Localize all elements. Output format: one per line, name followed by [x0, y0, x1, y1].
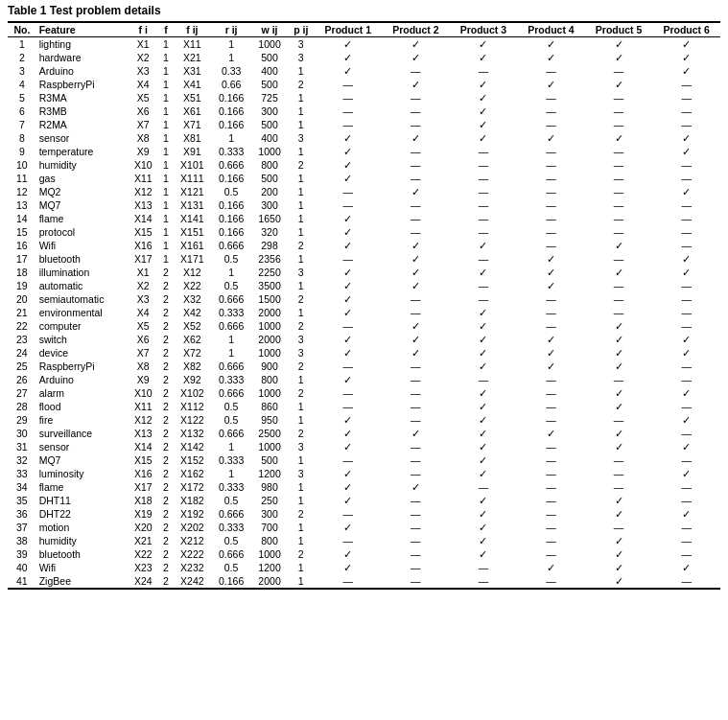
table-cell: — — [585, 118, 653, 131]
table-cell: — — [585, 252, 653, 266]
table-cell: — — [585, 105, 653, 118]
table-cell: — — [315, 198, 383, 212]
table-cell: ✓ — [382, 239, 450, 252]
col-wij: w ij — [251, 22, 288, 37]
table-cell: X20 — [128, 521, 158, 534]
table-cell: 1 — [288, 453, 314, 467]
table-cell: — — [517, 185, 585, 198]
table-cell: ✓ — [585, 131, 653, 145]
table-cell: 16 — [8, 239, 36, 252]
table-cell: 1000 — [251, 386, 288, 400]
table-cell: — — [382, 453, 450, 467]
table-cell: — — [652, 427, 720, 440]
table-cell: 4 — [8, 78, 36, 91]
table-cell: — — [585, 467, 653, 480]
table-cell: humidity — [36, 158, 129, 172]
table-cell: 8 — [8, 131, 36, 145]
table-cell: 800 — [251, 373, 288, 386]
table-row: 27alarmX102X1020.66610002——✓—✓✓ — [8, 386, 720, 400]
table-cell: ✓ — [652, 333, 720, 346]
table-cell: — — [585, 373, 653, 386]
table-cell: X3 — [128, 64, 158, 78]
table-cell: ✓ — [315, 547, 383, 561]
table-cell: 1 — [288, 494, 314, 507]
table-row: 8sensorX81X8114003✓✓✓✓✓✓ — [8, 131, 720, 145]
table-cell: X131 — [174, 198, 212, 212]
table-row: 31sensorX142X142110003✓—✓—✓✓ — [8, 440, 720, 453]
table-cell: 2 — [8, 51, 36, 64]
table-cell: 725 — [251, 91, 288, 105]
table-cell: ✓ — [315, 212, 383, 225]
table-cell: X12 — [174, 266, 212, 279]
table-cell: ✓ — [315, 292, 383, 306]
table-row: 19automaticX22X220.535001✓✓—✓—— — [8, 279, 720, 292]
table-cell: 2 — [288, 292, 314, 306]
table-cell: 250 — [251, 494, 288, 507]
table-cell: 38 — [8, 534, 36, 547]
table-cell: — — [450, 480, 518, 494]
table-cell: ✓ — [517, 346, 585, 360]
col-p6: Product 6 — [652, 22, 720, 37]
table-cell: — — [315, 252, 383, 266]
table-row: 37motionX202X2020.3337001✓—✓——— — [8, 521, 720, 534]
table-cell: ✓ — [382, 427, 450, 440]
table-cell: — — [652, 547, 720, 561]
table-cell: — — [315, 91, 383, 105]
table-cell: 1500 — [251, 292, 288, 306]
table-cell: X13 — [128, 198, 158, 212]
table-cell: 11 — [8, 172, 36, 185]
table-cell: motion — [36, 521, 129, 534]
table-cell: 0.333 — [211, 453, 251, 467]
table-cell: 1 — [211, 266, 251, 279]
col-feature: Feature — [36, 22, 129, 37]
table-cell: 2 — [158, 494, 173, 507]
table-cell: 3 — [288, 440, 314, 453]
table-cell: ✓ — [450, 521, 518, 534]
table-cell: X31 — [174, 64, 212, 78]
table-cell: ✓ — [315, 306, 383, 319]
table-cell: — — [585, 158, 653, 172]
table-cell: ✓ — [382, 266, 450, 279]
table-cell: ✓ — [450, 547, 518, 561]
table-cell: ✓ — [585, 360, 653, 373]
table-cell: ✓ — [652, 467, 720, 480]
table-cell: — — [652, 118, 720, 131]
table-cell: — — [315, 360, 383, 373]
table-cell: 5 — [8, 91, 36, 105]
table-cell: 1 — [288, 306, 314, 319]
table-cell: X161 — [174, 239, 212, 252]
table-cell: 0.5 — [211, 561, 251, 574]
table-cell: 26 — [8, 373, 36, 386]
table-cell: — — [382, 105, 450, 118]
table-cell: 298 — [251, 239, 288, 252]
table-cell: — — [585, 198, 653, 212]
table-cell: — — [382, 198, 450, 212]
table-cell: — — [585, 185, 653, 198]
table-cell: X4 — [128, 78, 158, 91]
table-cell: 2 — [158, 279, 173, 292]
table-cell: 3 — [288, 37, 314, 52]
table-cell: 0.333 — [211, 480, 251, 494]
table-cell: lighting — [36, 37, 129, 52]
table-cell: ✓ — [652, 266, 720, 279]
table-cell: X1 — [128, 37, 158, 52]
table-cell: — — [382, 306, 450, 319]
table-cell: 1 — [158, 198, 173, 212]
table-cell: 2 — [158, 534, 173, 547]
table-cell: R2MA — [36, 118, 129, 131]
table-cell: ✓ — [450, 346, 518, 360]
table-cell: 1 — [158, 78, 173, 91]
table-cell: 35 — [8, 494, 36, 507]
table-row: 14flameX141X1410.16616501✓————— — [8, 212, 720, 225]
table-cell: X14 — [128, 212, 158, 225]
table-cell: ✓ — [450, 118, 518, 131]
table-cell: surveillance — [36, 427, 129, 440]
table-cell: 0.666 — [211, 507, 251, 521]
table-cell: 1 — [158, 212, 173, 225]
table-cell: 1 — [288, 64, 314, 78]
table-cell: — — [382, 225, 450, 239]
table-cell: ✓ — [517, 131, 585, 145]
table-cell: ✓ — [450, 534, 518, 547]
table-row: 21environmentalX42X420.33320001✓—✓——— — [8, 306, 720, 319]
table-cell: ✓ — [652, 185, 720, 198]
